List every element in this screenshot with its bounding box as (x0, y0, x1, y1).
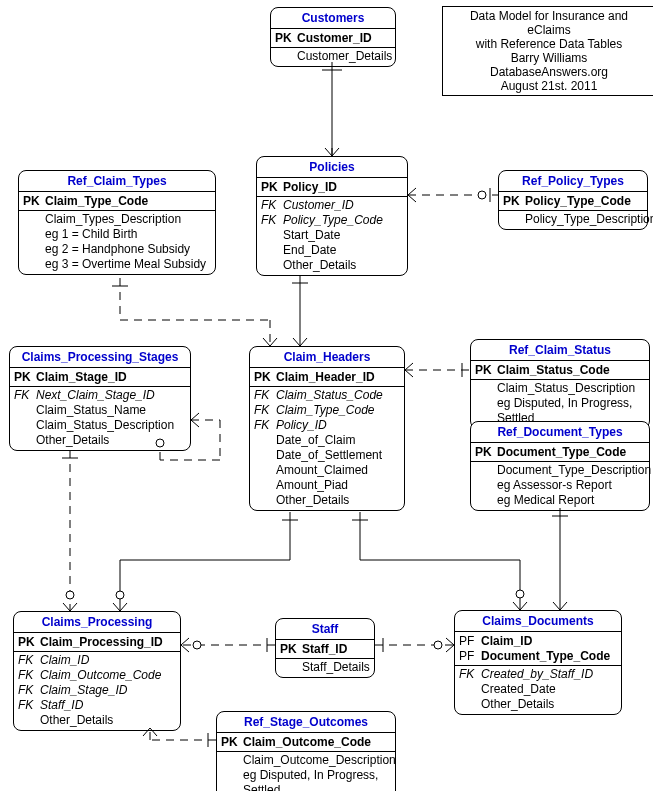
attr-field: eg Disputed, In Progress, Settled (243, 768, 391, 791)
info-line: DatabaseAnswers.org (449, 65, 649, 79)
attr-field: Customer_Details (297, 49, 392, 64)
entity-title: Ref_Stage_Outcomes (217, 712, 395, 733)
attr-field: Date_of_Settlement (276, 448, 400, 463)
entity-ref-claim-status: Ref_Claim_Status PKClaim_Status_Code Cla… (470, 339, 650, 429)
pk-field: Document_Type_Code (497, 445, 645, 460)
fk-field: Claim_Status_Code (276, 388, 400, 403)
entity-claims-processing-stages: Claims_Processing_Stages PKClaim_Stage_I… (9, 346, 191, 451)
entity-title: Ref_Policy_Types (499, 171, 647, 192)
entity-title: Ref_Claim_Types (19, 171, 215, 192)
entity-title: Claim_Headers (250, 347, 404, 368)
pk-field: Policy_Type_Code (525, 194, 643, 209)
svg-point-30 (516, 590, 524, 598)
info-line: with Reference Data Tables (449, 37, 649, 51)
pk-field: Claim_Outcome_Code (243, 735, 391, 750)
pk-field: Claim_Processing_ID (40, 635, 176, 650)
svg-point-35 (193, 641, 201, 649)
attr-field: Claim_Status_Description (497, 381, 645, 396)
info-line: Data Model for Insurance and eClaims (449, 9, 649, 37)
attr-field: Amount_Claimed (276, 463, 400, 478)
entity-staff: Staff PKStaff_ID Staff_Details (275, 618, 375, 678)
attr-field: Claim_Status_Description (36, 418, 186, 433)
pk-field: Claim_Stage_ID (36, 370, 186, 385)
info-box: Data Model for Insurance and eClaims wit… (442, 6, 653, 96)
svg-point-25 (116, 591, 124, 599)
fk-field: Claim_Type_Code (276, 403, 400, 418)
entity-title: Customers (271, 8, 395, 29)
attr-field: Other_Details (40, 713, 176, 728)
entity-title: Ref_Document_Types (471, 422, 649, 443)
entity-claims-documents: Claims_Documents PFClaim_ID PFDocument_T… (454, 610, 622, 715)
pk-field: Claim_Status_Code (497, 363, 645, 378)
entity-customers: Customers PKCustomer_ID Customer_Details (270, 7, 396, 67)
attr-field: Claim_Types_Description (45, 212, 211, 227)
info-line: Barry Williams (449, 51, 649, 65)
svg-point-20 (66, 591, 74, 599)
attr-field: Other_Details (36, 433, 186, 448)
entity-ref-policy-types: Ref_Policy_Types PKPolicy_Type_Code Poli… (498, 170, 648, 230)
attr-field: eg 2 = Handphone Subsidy (45, 242, 211, 257)
attr-field: Amount_Piad (276, 478, 400, 493)
fk-field: Customer_ID (283, 198, 403, 213)
pk-field: Policy_ID (283, 180, 403, 195)
attr-field: eg Medical Report (497, 493, 645, 508)
entity-ref-claim-types: Ref_Claim_Types PKClaim_Type_Code Claim_… (18, 170, 216, 275)
attr-field: eg 1 = Child Birth (45, 227, 211, 242)
attr-field: eg 3 = Overtime Meal Subsidy (45, 257, 211, 272)
entity-ref-document-types: Ref_Document_Types PKDocument_Type_Code … (470, 421, 650, 511)
svg-point-38 (434, 641, 442, 649)
entity-claims-processing: Claims_Processing PKClaim_Processing_ID … (13, 611, 181, 731)
attr-field: Start_Date (283, 228, 403, 243)
svg-point-4 (478, 191, 486, 199)
fk-field: Claim_Outcome_Code (40, 668, 176, 683)
pk-field: Claim_Header_ID (276, 370, 400, 385)
entity-title: Claims_Processing_Stages (10, 347, 190, 368)
entity-claim-headers: Claim_Headers PKClaim_Header_ID FKClaim_… (249, 346, 405, 511)
info-line: August 21st. 2011 (449, 79, 649, 93)
attr-field: Policy_Type_Description (525, 212, 653, 227)
attr-field: Document_Type_Description (497, 463, 651, 478)
entity-title: Staff (276, 619, 374, 640)
entity-title: Claims_Documents (455, 611, 621, 632)
fk-field: Staff_ID (40, 698, 176, 713)
fk-field: Claim_Stage_ID (40, 683, 176, 698)
pf-field: Document_Type_Code (481, 649, 617, 664)
fk-field: Claim_ID (40, 653, 176, 668)
fk-field: Policy_Type_Code (283, 213, 403, 228)
attr-field: Claim_Status_Name (36, 403, 186, 418)
fk-field: Created_by_Staff_ID (481, 667, 617, 682)
entity-ref-stage-outcomes: Ref_Stage_Outcomes PKClaim_Outcome_Code … (216, 711, 396, 791)
pk-field: Customer_ID (297, 31, 391, 46)
attr-field: Created_Date (481, 682, 617, 697)
attr-field: Staff_Details (302, 660, 370, 675)
attr-field: Other_Details (481, 697, 617, 712)
entity-title: Policies (257, 157, 407, 178)
fk-field: Next_Claim_Stage_ID (36, 388, 186, 403)
attr-field: eg Assessor-s Report (497, 478, 645, 493)
attr-field: Claim_Outcome_Description (243, 753, 396, 768)
pk-field: Staff_ID (302, 642, 370, 657)
attr-field: End_Date (283, 243, 403, 258)
fk-field: Policy_ID (276, 418, 400, 433)
entity-title: Ref_Claim_Status (471, 340, 649, 361)
pf-field: Claim_ID (481, 634, 617, 649)
entity-title: Claims_Processing (14, 612, 180, 633)
attr-field: Other_Details (276, 493, 400, 508)
pk-field: Claim_Type_Code (45, 194, 211, 209)
entity-policies: Policies PKPolicy_ID FKCustomer_ID FKPol… (256, 156, 408, 276)
attr-field: Date_of_Claim (276, 433, 400, 448)
attr-field: Other_Details (283, 258, 403, 273)
